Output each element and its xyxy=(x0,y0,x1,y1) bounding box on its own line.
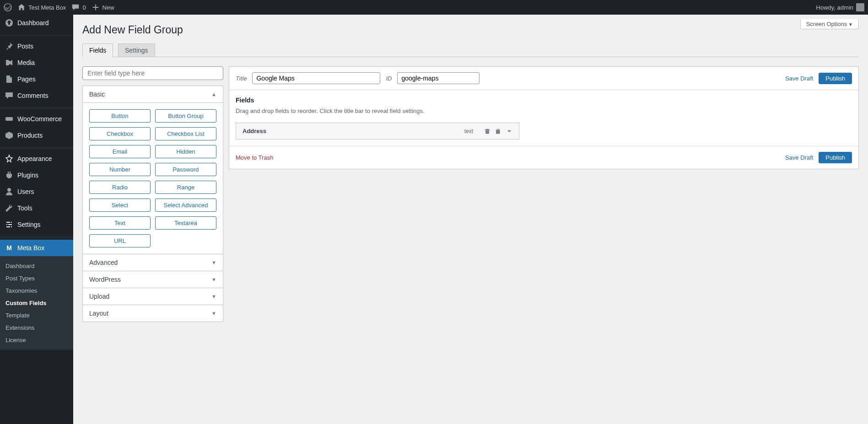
settings-icon xyxy=(5,220,14,229)
title-input[interactable] xyxy=(252,72,380,84)
sidebar-item-dashboard[interactable]: Dashboard xyxy=(0,15,73,31)
avatar-icon xyxy=(856,3,864,11)
field-type-checkbox-list[interactable]: Checkbox List xyxy=(155,127,216,140)
toggle-icon[interactable] xyxy=(506,128,512,134)
user-icon xyxy=(5,187,14,196)
id-input[interactable] xyxy=(397,72,480,84)
tab-settings[interactable]: Settings xyxy=(118,43,155,57)
comment-icon xyxy=(5,91,14,100)
howdy[interactable]: Howdy, admin xyxy=(816,3,864,11)
field-type-password[interactable]: Password xyxy=(155,163,216,176)
acc-head-wordpress[interactable]: WordPress▼ xyxy=(83,271,223,288)
tab-fields[interactable]: Fields xyxy=(82,43,113,57)
sidebar-item-appearance[interactable]: Appearance xyxy=(0,150,73,167)
submenu-item-post-types[interactable]: Post Types xyxy=(0,272,73,284)
title-label: Title xyxy=(236,75,247,82)
new-label: New xyxy=(102,4,114,11)
sidebar-item-comments[interactable]: Comments xyxy=(0,87,73,104)
field-type-filter[interactable] xyxy=(82,66,223,80)
comments-link[interactable]: 0 xyxy=(71,3,86,11)
pin-icon xyxy=(5,42,14,51)
tools-icon xyxy=(5,204,14,213)
site-name: Test Meta Box xyxy=(28,4,66,11)
sidebar-item-media[interactable]: Media xyxy=(0,54,73,71)
field-row[interactable]: Address text xyxy=(236,123,519,140)
field-type-number[interactable]: Number xyxy=(89,163,151,176)
submenu-item-license[interactable]: License xyxy=(0,334,73,346)
duplicate-icon[interactable] xyxy=(495,128,501,134)
plugin-icon xyxy=(5,171,14,180)
field-type-textarea[interactable]: Textarea xyxy=(155,216,216,230)
woo-icon xyxy=(5,114,14,123)
trash-icon[interactable] xyxy=(484,128,491,134)
id-label: ID xyxy=(386,75,392,82)
field-type-select[interactable]: Select xyxy=(89,199,151,212)
field-name: Address xyxy=(243,128,464,134)
comments-count: 0 xyxy=(82,4,86,11)
appearance-icon xyxy=(5,154,14,163)
screen-options-toggle[interactable]: Screen Options xyxy=(800,19,859,29)
acc-head-layout[interactable]: Layout▼ xyxy=(83,305,223,322)
caret-up-icon: ▲ xyxy=(211,91,216,97)
field-type-email[interactable]: Email xyxy=(89,145,151,158)
products-icon xyxy=(5,131,14,140)
field-type-select-advanced[interactable]: Select Advanced xyxy=(155,199,216,212)
field-type-accordion: Basic▲ ButtonButton GroupCheckboxCheckbo… xyxy=(82,86,223,322)
field-type-checkbox[interactable]: Checkbox xyxy=(89,127,151,140)
sidebar-item-plugins[interactable]: Plugins xyxy=(0,167,73,183)
submenu-item-extensions[interactable]: Extensions xyxy=(0,322,73,334)
fields-hint: Drag and drop fields to reorder. Click t… xyxy=(236,107,852,114)
dashboard-icon xyxy=(5,18,14,27)
home-icon xyxy=(17,3,26,11)
new-link[interactable]: New xyxy=(92,3,114,11)
field-type-text[interactable]: Text xyxy=(89,216,151,230)
tabs: Fields Settings xyxy=(82,41,859,57)
admin-sidebar: DashboardPostsMediaPagesCommentsWooComme… xyxy=(0,15,73,424)
publish-button-bottom[interactable]: Publish xyxy=(819,152,852,163)
fields-section-title: Fields xyxy=(236,97,852,104)
caret-down-icon: ▼ xyxy=(211,311,216,316)
sidebar-item-users[interactable]: Users xyxy=(0,183,73,200)
caret-down-icon: ▼ xyxy=(211,260,216,265)
sidebar-item-settings[interactable]: Settings xyxy=(0,216,73,233)
publish-button-top[interactable]: Publish xyxy=(819,73,852,84)
save-draft-link-top[interactable]: Save Draft xyxy=(785,75,813,82)
media-icon xyxy=(5,58,14,67)
acc-head-upload[interactable]: Upload▼ xyxy=(83,288,223,305)
caret-down-icon: ▼ xyxy=(211,277,216,282)
admin-bar: Test Meta Box 0 New Howdy, admin xyxy=(0,0,868,15)
submenu-item-dashboard[interactable]: Dashboard xyxy=(0,260,73,272)
field-type-range[interactable]: Range xyxy=(155,181,216,194)
sidebar-item-posts[interactable]: Posts xyxy=(0,38,73,54)
field-type-button-group[interactable]: Button Group xyxy=(155,109,216,123)
svg-rect-1 xyxy=(5,117,13,121)
caret-down-icon: ▼ xyxy=(211,294,216,299)
metabox-icon: M xyxy=(5,243,14,252)
submenu-item-custom-fields[interactable]: Custom Fields xyxy=(0,297,73,309)
field-type-button[interactable]: Button xyxy=(89,109,151,123)
site-name-link[interactable]: Test Meta Box xyxy=(17,3,66,11)
comment-icon xyxy=(71,3,80,11)
page-title: Add New Field Group xyxy=(82,24,859,36)
move-to-trash-link[interactable]: Move to Trash xyxy=(236,154,273,161)
sidebar-item-products[interactable]: Products xyxy=(0,127,73,144)
sidebar-item-woocommerce[interactable]: WooCommerce xyxy=(0,111,73,127)
field-type-hidden[interactable]: Hidden xyxy=(155,145,216,158)
field-type-radio[interactable]: Radio xyxy=(89,181,151,194)
acc-head-basic[interactable]: Basic▲ xyxy=(83,86,223,102)
wp-logo[interactable] xyxy=(4,3,12,11)
sidebar-item-meta-box[interactable]: MMeta Box xyxy=(0,240,73,256)
svg-text:M: M xyxy=(6,244,12,252)
acc-head-advanced[interactable]: Advanced▼ xyxy=(83,254,223,271)
sidebar-item-tools[interactable]: Tools xyxy=(0,200,73,216)
sidebar-item-pages[interactable]: Pages xyxy=(0,71,73,87)
plus-icon xyxy=(92,3,100,11)
submenu-item-taxonomies[interactable]: Taxonomies xyxy=(0,284,73,297)
field-type-url[interactable]: URL xyxy=(89,234,151,247)
field-type: text xyxy=(464,128,473,134)
editor-panel: Title ID Save Draft Publish Fields Drag … xyxy=(229,66,859,169)
submenu-item-template[interactable]: Template xyxy=(0,309,73,322)
page-icon xyxy=(5,75,14,84)
save-draft-link-bottom[interactable]: Save Draft xyxy=(785,154,813,161)
